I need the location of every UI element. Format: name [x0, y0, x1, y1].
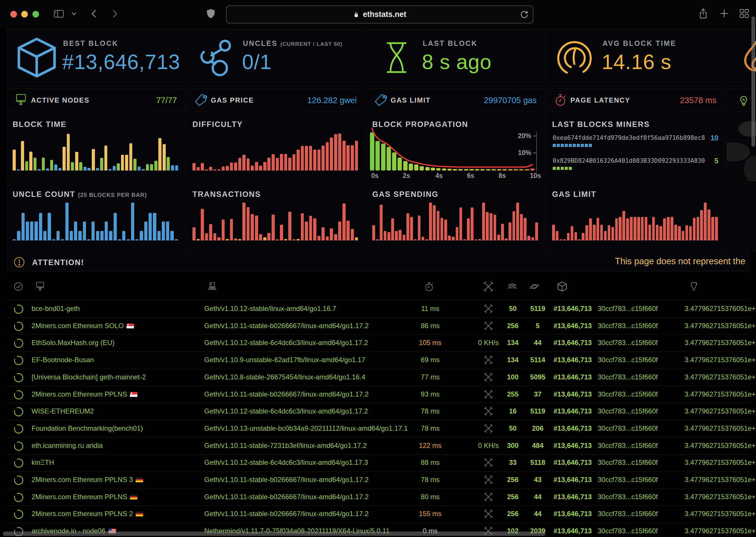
table-row: 2Miners.com Ethereum PPLNS 3Geth/v1.10.1…: [7, 472, 749, 489]
chart-bar: [79, 162, 82, 171]
germany-flag-icon: [136, 512, 143, 516]
refresh-icon[interactable]: [520, 10, 529, 19]
url-bar[interactable]: ethstats.net: [226, 5, 533, 23]
chart-bar: [217, 169, 221, 171]
uncle-count-chart-card: UNCLE COUNT (25 BLOCKS PER BAR): [7, 183, 185, 251]
node-status-icon: [14, 424, 23, 434]
planet-icon: [529, 281, 540, 292]
chart-bar: [144, 222, 148, 240]
node-total-difficulty: 3.477962715376051e+21: [685, 339, 756, 347]
chart-bar: [652, 217, 655, 240]
chart-bar: [142, 169, 145, 171]
node-block: #13,646,713: [554, 390, 592, 398]
gas-spending-chart-card: GAS SPENDING: [367, 183, 545, 251]
node-total-difficulty: 3.477962715376051e+21: [685, 493, 756, 501]
node-pending: 5119: [523, 305, 552, 312]
chart-bar: [582, 233, 585, 240]
back-button[interactable]: [89, 9, 99, 19]
chart-bar: [397, 158, 402, 171]
horizontal-scrollbar[interactable]: [3, 532, 546, 536]
table-row: WISE-ETHEREUM2Geth/v1.10.12-stable-6c4dc…: [7, 403, 749, 420]
node-block-hash: 30ccf783...c15f660f: [598, 424, 658, 433]
chart-bar: [193, 227, 196, 240]
chart-bar: [422, 237, 424, 240]
node-peers: 256: [499, 476, 527, 484]
chart-bar: [410, 217, 413, 240]
chart-bar: [497, 169, 501, 171]
chart-bar: [509, 222, 511, 240]
gas-limit-chart: [552, 183, 719, 240]
chart-bar: [708, 209, 710, 240]
node-block-hash: 30ccf783...c15f660f: [598, 356, 658, 364]
best-block-value: #13,646,713: [62, 50, 180, 74]
pickaxe-icon: [484, 493, 493, 501]
transactions-chart: [193, 183, 359, 240]
chart-bar: [667, 217, 670, 240]
gas-limit-label: GAS LIMIT: [391, 96, 430, 104]
block-square: [561, 167, 564, 170]
node-latency: 122 ms: [410, 441, 450, 450]
zoom-window-button[interactable]: [32, 11, 39, 18]
minimize-window-button[interactable]: [21, 11, 28, 18]
y-axis-tick-label: 20%: [510, 132, 531, 140]
active-nodes-value: 77/77: [156, 96, 177, 105]
node-block: #13,646,713: [554, 339, 592, 347]
chart-bar: [263, 162, 266, 171]
chart-bar: [399, 230, 402, 240]
miner-block-count: 10: [703, 134, 718, 142]
close-window-button[interactable]: [10, 11, 17, 18]
node-block-hash: 30ccf783...c15f660f: [598, 407, 658, 415]
stopwatch-icon: [554, 94, 567, 106]
chart-bar: [414, 164, 419, 171]
node-block: #13,646,713: [554, 424, 592, 433]
table-row: kinΞTHGeth/v1.10.12-stable-6c4dc6c3/linu…: [7, 454, 749, 472]
sidebar-icon[interactable]: [53, 8, 65, 20]
chart-bar: [29, 151, 32, 171]
chart-bar: [13, 239, 16, 240]
chart-bar: [453, 169, 457, 171]
chart-bar: [567, 233, 570, 240]
chart-bar: [154, 161, 157, 171]
node-block-hash: 30ccf783...c15f660f: [598, 459, 658, 467]
chart-bar: [17, 231, 20, 240]
chart-bar: [292, 239, 296, 240]
node-peers: 100: [499, 373, 527, 381]
difficulty-chart-card: DIFFICULTY: [187, 113, 365, 182]
stopwatch-icon: [424, 281, 434, 292]
chart-bar: [301, 146, 304, 171]
ethstats-dashboard: BEST BLOCK #13,646,713 UNCLES (CURRENT /…: [7, 29, 756, 537]
chart-bar: [153, 213, 156, 240]
node-latency: 78 ms: [410, 424, 450, 433]
chart-bar: [313, 149, 316, 171]
chart-bar: [448, 235, 451, 240]
share-button[interactable]: [697, 8, 709, 19]
chart-bar: [213, 169, 216, 171]
tab-overview-button[interactable]: [739, 8, 750, 19]
pickaxe-icon: [484, 510, 493, 518]
vertical-scrollbar[interactable]: [751, 16, 755, 147]
chart-bar: [138, 166, 141, 171]
forward-button[interactable]: [110, 9, 120, 19]
chart-bar: [259, 234, 262, 240]
pickaxe-icon: [484, 390, 493, 398]
chart-bar: [659, 226, 662, 240]
node-status-icon: [14, 356, 23, 365]
singapore-flag-icon: [126, 323, 134, 328]
node-block: #13,646,713: [554, 407, 592, 415]
block-time-chart: [13, 113, 179, 171]
new-tab-button[interactable]: [719, 8, 730, 19]
privacy-shield-icon[interactable]: [205, 8, 216, 19]
node-name: 2Miners.com Ethereum SOLO: [31, 322, 134, 330]
node-total-difficulty: 3.477962715376051e+21: [685, 305, 756, 312]
node-latency: 11 ms: [410, 305, 450, 312]
browser-toolbar: ethstats.net: [0, 0, 756, 27]
chart-bar: [452, 237, 455, 240]
chevron-down-icon[interactable]: [70, 10, 78, 18]
node-latency: 78 ms: [410, 476, 450, 484]
node-pending: 5095: [523, 373, 552, 381]
node-client: Geth/v1.10.11-stable-b0266667/linux-amd6…: [204, 510, 369, 518]
chart-bar: [288, 212, 291, 240]
node-status-icon: [14, 407, 23, 416]
chart-bar: [301, 213, 304, 240]
chart-bar: [387, 232, 390, 240]
